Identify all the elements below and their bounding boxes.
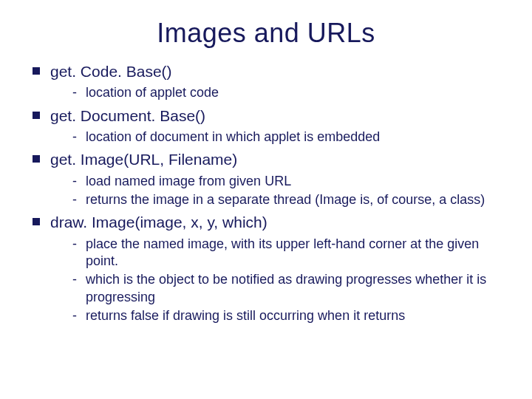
sub-item: returns the image in a separate thread (…: [72, 191, 502, 208]
sub-item: load named image from given URL: [72, 173, 502, 190]
item-text: get. Document. Base(): [50, 107, 205, 124]
slide-title: Images and URLs: [30, 18, 502, 49]
sub-item: which is the object to be notified as dr…: [72, 271, 502, 306]
sub-item: location of applet code: [72, 84, 502, 101]
sub-item: location of document in which applet is …: [72, 129, 502, 146]
bullet-list: get. Code. Base() location of applet cod…: [30, 62, 502, 325]
sub-list: location of applet code: [72, 84, 502, 101]
item-text: draw. Image(image, x, y, which): [50, 214, 267, 231]
sub-list: location of document in which applet is …: [72, 129, 502, 146]
list-item: get. Image(URL, Filename) load named ima…: [30, 150, 502, 208]
sub-list: load named image from given URL returns …: [72, 173, 502, 209]
sub-list: place the named image, with its upper le…: [72, 236, 502, 325]
list-item: get. Code. Base() location of applet cod…: [30, 62, 502, 102]
sub-item: place the named image, with its upper le…: [72, 236, 502, 270]
sub-item: returns false if drawing is still occurr…: [72, 307, 502, 324]
list-item: get. Document. Base() location of docume…: [30, 106, 502, 146]
item-text: get. Code. Base(): [50, 63, 172, 80]
slide: Images and URLs get. Code. Base() locati…: [0, 0, 532, 344]
list-item: draw. Image(image, x, y, which) place th…: [30, 213, 502, 324]
item-text: get. Image(URL, Filename): [50, 151, 237, 168]
